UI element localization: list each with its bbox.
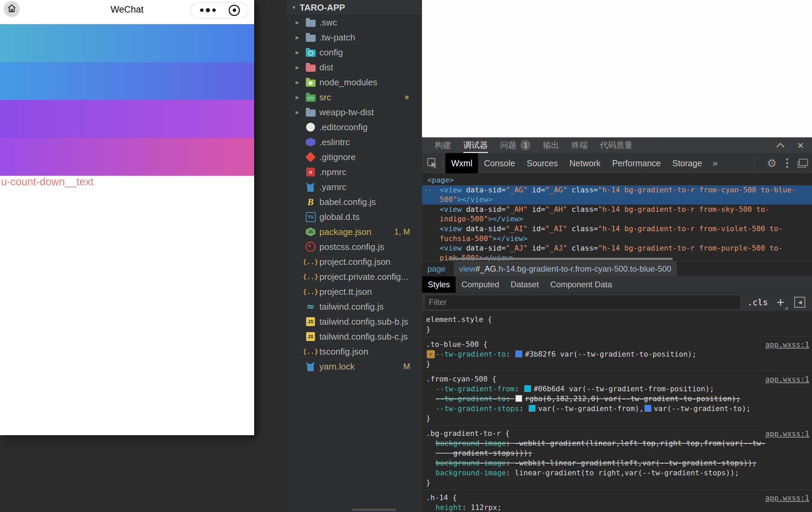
add-icon[interactable]: + [777,296,784,309]
code-horizontal-scrollbar[interactable] [448,258,673,260]
panel-tab-输出[interactable]: 输出 [543,137,559,153]
code-line-4[interactable]: indigo-500"></view> [422,214,812,224]
tree-item-.editorconfig[interactable]: .editorconfig [286,120,422,135]
tree-item-babel.config.js[interactable]: Bbabel.config.js [286,194,422,209]
tree-item-project.private.config...[interactable]: {..}project.private.config... [286,269,422,284]
tree-horizontal-scrollbar[interactable] [352,509,396,511]
tree-item-tsconfig.json[interactable]: {..}tsconfig.json [286,344,422,359]
tree-item-.tw-patch[interactable]: ▶.tw-patch [286,30,422,45]
selector-name[interactable]: .h-14 [426,493,448,502]
color-swatch[interactable] [515,351,522,357]
panel-tab-终端[interactable]: 终端 [571,137,588,153]
kebab-menu-icon[interactable] [786,158,788,168]
panel-tab-代码质量[interactable]: 代码质量 [600,137,633,153]
styles-filter-input[interactable] [425,295,740,309]
element-picker-icon[interactable] [425,156,440,170]
styles-tab-computed[interactable]: Computed [456,276,505,293]
inspector-toolbar: ⚙ [752,157,812,169]
inspector-tab-sources[interactable]: Sources [521,153,564,173]
more-tabs-icon[interactable]: » [708,158,722,169]
code-line-6[interactable]: fuchsia-500"></view> [422,234,812,244]
project-root[interactable]: ▼ TARO-APP [286,0,422,15]
code-line-2[interactable]: 500"></view> [422,195,812,205]
tree-item-global.d.ts[interactable]: TSglobal.d.ts [286,209,422,224]
close-icon[interactable]: × [797,139,804,151]
css-property[interactable]: height: 112rpx; [426,502,809,512]
panel-tab-调试器[interactable]: 调试器 [463,137,488,153]
color-swatch[interactable] [645,405,651,412]
styles-tab-dataset[interactable]: Dataset [505,276,545,293]
file-name: postcss.config.js [319,242,384,252]
selector-name[interactable]: .bg-gradient-to-r [426,429,501,438]
code-line-5[interactable]: <view data-sid="_AI" id="_AI" class="h-1… [422,224,812,234]
selector-name[interactable]: element.style [426,315,483,324]
circle-dot-icon[interactable] [229,5,240,16]
tree-item-.yarnrc[interactable]: .yarnrc [286,180,422,194]
stylesheet-link[interactable]: app.wxss:1 [765,429,809,439]
code-token: <view [440,186,466,194]
tree-item-postcss.config.js[interactable]: postcss.config.js [286,239,422,254]
chevron-down-icon: ▼ [292,5,296,10]
css-property[interactable]: --tw-gradient-from: #06b6d4 var(--tw-gra… [426,384,809,394]
color-swatch[interactable] [529,405,535,412]
cls-toggle[interactable]: .cls [747,297,768,307]
styles-tab-component-data[interactable]: Component Data [545,276,618,293]
tree-item-.swc[interactable]: ▶.swc [286,15,422,30]
tree-item-project.tt.json[interactable]: {..}project.tt.json [286,284,422,299]
code-token: "_AG" [545,186,567,194]
inspector-tab-performance[interactable]: Performance [606,153,667,173]
color-swatch[interactable] [515,395,522,402]
gear-icon[interactable]: ⚙ [767,158,777,169]
selector-name[interactable]: .to-blue-500 [426,340,479,348]
inspector-tab-console[interactable]: Console [478,153,521,173]
code-line-1[interactable]: ··<view data-sid="_AG" id="_AG" class="h… [422,185,812,195]
property-checkbox[interactable]: ✓ [427,350,435,358]
css-property[interactable]: --tw-gradient-stops: var(--tw-gradient-f… [426,404,809,413]
breadcrumb-page[interactable]: page [424,261,449,276]
styles-tab-styles[interactable]: Styles [422,276,456,293]
ellipsis-icon[interactable] [200,8,216,12]
inspector-tab-wxml[interactable]: Wxml [445,153,478,173]
css-property[interactable]: background-image: -webkit-linear-gradien… [426,458,809,468]
stylesheet-link[interactable]: app.wxss:1 [765,493,809,503]
tree-item-config[interactable]: ▶config [286,45,422,60]
color-swatch[interactable] [524,385,531,392]
code-token: ></view> [492,234,528,243]
code-line-7[interactable]: <view data-sid="_AJ" id="_AJ" class="h-1… [422,243,812,253]
tree-item-src[interactable]: ▶</>src [286,90,422,105]
file-tree-items: ▶.swc▶.tw-patch▶config▶dist▶node_modules… [286,15,422,374]
eslint-icon [304,136,317,148]
collapse-icon[interactable] [776,140,785,150]
wxml-code-view[interactable]: <page>··<view data-sid="_AG" id="_AG" cl… [422,173,812,261]
code-line-3[interactable]: <view data-sid="_AH" id="_AH" class="h-1… [422,205,812,215]
tree-item-project.config.json[interactable]: {..}project.config.json [286,254,422,269]
git-status-badge: 1, M [394,227,410,237]
tree-item-.npmrc[interactable]: n.npmrc [286,165,422,180]
panel-tab-问题[interactable]: 问题1 [500,137,531,153]
tree-item-dist[interactable]: ▶dist [286,60,422,75]
css-property[interactable]: --tw-gradient-to: rgba(6,182,212,0) var(… [426,394,809,404]
css-property[interactable]: background-image: linear-gradient(to rig… [426,468,809,478]
tree-item-weapp-tw-dist[interactable]: ▶weapp-tw-dist [286,105,422,120]
selector-name[interactable]: .from-cyan-500 [426,375,488,383]
css-property[interactable]: ✓--tw-gradient-to: #3b82f6 var(--tw-grad… [426,349,809,359]
breadcrumb-selected-node[interactable]: view#_AG.h-14.bg-gradient-to-r.from-cyan… [454,261,676,276]
tree-item-yarn.lock[interactable]: yarn.lockM [286,359,422,374]
tree-item-tailwind.config.js[interactable]: ≈tailwind.config.js [286,299,422,314]
inspector-tab-network[interactable]: Network [564,153,606,173]
panel-tab-构建[interactable]: 构建 [435,137,451,153]
dock-side-icon[interactable] [798,159,808,168]
tree-item-tailwind.config.sub-c.js[interactable]: JStailwind.config.sub-c.js [286,329,422,344]
tree-item-.gitignore[interactable]: .gitignore [286,150,422,165]
css-property[interactable]: background-image: -webkit-gradient(linea… [426,438,809,458]
stylesheet-link[interactable]: app.wxss:1 [765,374,809,384]
tree-item-tailwind.config.sub-b.js[interactable]: JStailwind.config.sub-b.js [286,314,422,329]
stylesheet-link[interactable]: app.wxss:1 [765,340,809,349]
toggle-panel-icon[interactable]: ◀ [794,297,805,308]
tree-item-.eslintrc[interactable]: .eslintrc [286,135,422,150]
code-line-0[interactable]: <page> [422,175,812,185]
tree-item-node_modules[interactable]: ▶node_modules [286,75,422,90]
wxml-code-lines: <page>··<view data-sid="_AG" id="_AG" cl… [422,175,812,261]
tree-item-package.json[interactable]: JSpackage.json1, M [286,224,422,239]
inspector-tab-storage[interactable]: Storage [667,153,708,173]
